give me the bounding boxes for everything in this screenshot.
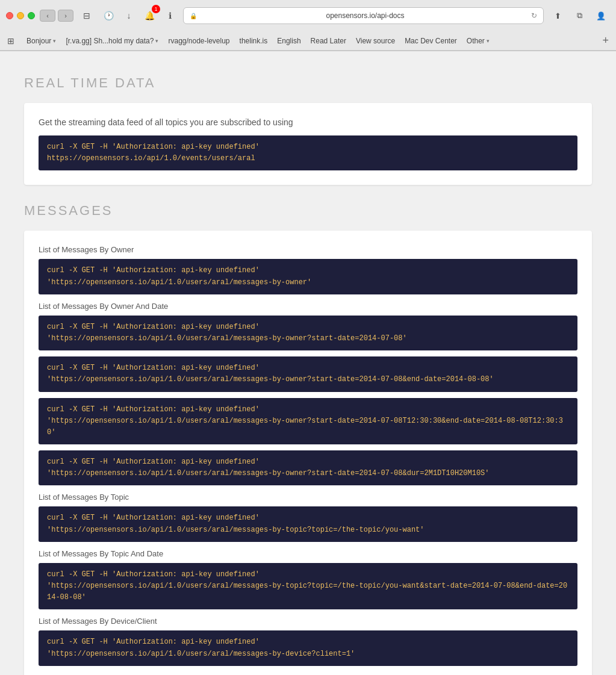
close-window-button[interactable] xyxy=(6,12,13,19)
real-time-data-card: Get the streaming data feed of all topic… xyxy=(24,103,592,185)
messages-by-owner-date-label: List of Messages By Owner And Date xyxy=(39,302,577,311)
bookmark-other[interactable]: Other ▾ xyxy=(467,37,490,45)
history-icon[interactable]: 🕐 xyxy=(100,7,117,24)
browser-titlebar: ‹ › ⊟ 🕐 ↓ 🔔 1 ℹ 🔒 opensensors.io/api-doc… xyxy=(0,0,616,31)
messages-by-topic-label: List of Messages By Topic xyxy=(39,493,577,502)
browser-actions: ⬆ ⧉ 👤 xyxy=(549,8,610,23)
apps-grid-icon[interactable]: ⊞ xyxy=(7,36,14,46)
page-content: REAL TIME DATA Get the streaming data fe… xyxy=(0,51,616,675)
notifications-icon-wrapper: 🔔 1 xyxy=(141,7,158,24)
minimize-window-button[interactable] xyxy=(17,12,24,19)
browser-chrome: ‹ › ⊟ 🕐 ↓ 🔔 1 ℹ 🔒 opensensors.io/api-doc… xyxy=(0,0,616,51)
messages-by-device-label: List of Messages By Device/Client xyxy=(39,617,577,626)
url-display: opensensors.io/api-docs xyxy=(199,11,531,20)
messages-by-owner-label: List of Messages By Owner xyxy=(39,245,577,254)
messages-by-topic-date-code-0: curl -X GET -H 'Authorization: api-key u… xyxy=(39,563,577,610)
nav-buttons: ‹ › xyxy=(40,10,73,22)
address-bar[interactable]: 🔒 opensensors.io/api-docs ↻ xyxy=(183,7,544,24)
toolbar-left-icons: 🕐 ↓ 🔔 1 ℹ xyxy=(100,7,178,24)
messages-by-topic-code-0: curl -X GET -H 'Authorization: api-key u… xyxy=(39,506,577,541)
real-time-data-description: Get the streaming data feed of all topic… xyxy=(39,117,577,127)
real-time-data-title: REAL TIME DATA xyxy=(24,75,592,91)
bookmark-rvagg-levelup[interactable]: rvagg/node-levelup xyxy=(168,37,229,45)
messages-by-owner-date-code-1: curl -X GET -H 'Authorization: api-key u… xyxy=(39,356,577,391)
ssl-lock-icon: 🔒 xyxy=(190,13,197,19)
messages-title: MESSAGES xyxy=(24,203,592,219)
tab-expose-button[interactable]: ⧉ xyxy=(570,8,588,23)
bookmark-view-source[interactable]: View source xyxy=(356,37,395,45)
notification-count-badge: 1 xyxy=(152,5,160,13)
add-tab-button[interactable]: + xyxy=(602,34,609,47)
messages-card: List of Messages By Owner curl -X GET -H… xyxy=(24,231,592,675)
real-time-data-code: curl -X GET -H 'Authorization: api-key u… xyxy=(39,135,577,170)
messages-by-owner-date-code-0: curl -X GET -H 'Authorization: api-key u… xyxy=(39,316,577,350)
refresh-button[interactable]: ↻ xyxy=(531,11,537,20)
back-button[interactable]: ‹ xyxy=(40,10,55,22)
chevron-down-icon: ▾ xyxy=(487,38,490,44)
bookmark-read-later[interactable]: Read Later xyxy=(311,37,346,45)
messages-by-owner-code-0: curl -X GET -H 'Authorization: api-key u… xyxy=(39,259,577,294)
info-icon[interactable]: ℹ xyxy=(161,7,178,24)
messages-by-device-code-0: curl -X GET -H 'Authorization: api-key u… xyxy=(39,630,577,665)
bookmark-mac-dev[interactable]: Mac Dev Center xyxy=(405,37,457,45)
messages-by-owner-date-code-3: curl -X GET -H 'Authorization: api-key u… xyxy=(39,450,577,485)
chevron-down-icon: ▾ xyxy=(53,38,56,44)
bookmark-english[interactable]: English xyxy=(277,37,300,45)
bookmarks-bar: ⊞ Bonjour ▾ [r.va.gg] Sh...hold my data?… xyxy=(0,31,616,51)
bookmark-bonjour[interactable]: Bonjour ▾ xyxy=(26,37,56,45)
downloads-icon[interactable]: ↓ xyxy=(120,7,137,24)
traffic-lights xyxy=(6,12,35,19)
user-account-button[interactable]: 👤 xyxy=(592,8,610,23)
sidebar-toggle-button[interactable]: ⊟ xyxy=(78,7,95,24)
forward-button[interactable]: › xyxy=(58,10,73,22)
maximize-window-button[interactable] xyxy=(28,12,35,19)
chevron-down-icon: ▾ xyxy=(155,38,158,44)
share-button[interactable]: ⬆ xyxy=(549,8,567,23)
messages-by-topic-date-label: List of Messages By Topic And Date xyxy=(39,549,577,558)
bookmark-rvagg-hold[interactable]: [r.va.gg] Sh...hold my data? ▾ xyxy=(66,37,158,45)
messages-by-owner-date-code-2: curl -X GET -H 'Authorization: api-key u… xyxy=(39,398,577,445)
bookmark-thelink[interactable]: thelink.is xyxy=(240,37,268,45)
